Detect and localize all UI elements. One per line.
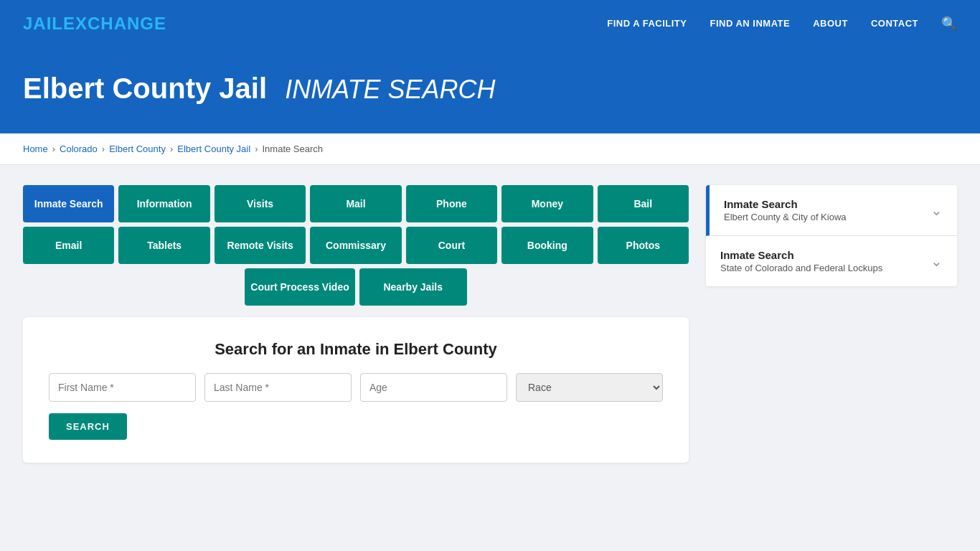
breadcrumb-sep-3: › (170, 143, 173, 154)
sidebar-item-2-title: Inmate Search (720, 249, 882, 261)
tab-visits[interactable]: Visits (215, 185, 306, 222)
breadcrumb-current: Inmate Search (262, 143, 323, 154)
breadcrumb-sep-2: › (102, 143, 105, 154)
tab-mail[interactable]: Mail (310, 185, 401, 222)
breadcrumb-colorado[interactable]: Colorado (60, 143, 98, 154)
sidebar-item-1[interactable]: Inmate Search Elbert County & City of Ki… (706, 185, 957, 236)
sidebar-item-2-text: Inmate Search State of Colorado and Fede… (720, 249, 882, 273)
hero-banner: Elbert County Jail INMATE SEARCH (0, 47, 980, 133)
nav-contact[interactable]: CONTACT (871, 18, 918, 29)
logo[interactable]: JAILEXCHANGE (23, 14, 166, 34)
breadcrumb-elbert-county[interactable]: Elbert County (109, 143, 166, 154)
breadcrumb-sep-4: › (255, 143, 258, 154)
tab-email[interactable]: Email (23, 227, 114, 264)
tab-tablets[interactable]: Tablets (118, 227, 209, 264)
search-form-title: Search for an Inmate in Elbert County (49, 340, 663, 359)
search-button[interactable]: SEARCH (49, 413, 127, 440)
tab-court[interactable]: Court (406, 227, 497, 264)
race-select[interactable]: Race White Black Hispanic Asian Other (516, 373, 663, 402)
search-icon[interactable]: 🔍 (941, 16, 957, 32)
sidebar-item-1-subtitle: Elbert County & City of Kiowa (724, 212, 847, 222)
tab-photos[interactable]: Photos (598, 227, 689, 264)
tab-court-process-video[interactable]: Court Process Video (245, 268, 354, 306)
age-input[interactable] (360, 373, 507, 402)
page-title: Elbert County Jail INMATE SEARCH (23, 72, 957, 105)
hero-title-sub: INMATE SEARCH (285, 75, 495, 104)
logo-exchange: EXCHANGE (63, 14, 166, 33)
tab-bail[interactable]: Bail (598, 185, 689, 222)
sidebar-item-2[interactable]: Inmate Search State of Colorado and Fede… (706, 236, 957, 286)
sidebar-item-1-title: Inmate Search (724, 198, 847, 210)
tab-commissary[interactable]: Commissary (310, 227, 401, 264)
last-name-input[interactable] (204, 373, 352, 402)
hero-title-main: Elbert County Jail (23, 72, 267, 104)
tabs-row1: Inmate Search Information Visits Mail Ph… (23, 185, 689, 222)
nav-about[interactable]: ABOUT (813, 18, 848, 29)
breadcrumb-sep-1: › (52, 143, 55, 154)
main-content: Inmate Search Information Visits Mail Ph… (0, 165, 980, 483)
tabs-row3: Court Process Video Nearby Jails (23, 268, 689, 306)
nav-find-facility[interactable]: FIND A FACILITY (607, 18, 687, 29)
chevron-down-icon-2: ⌄ (930, 253, 943, 270)
nav-links: FIND A FACILITY FIND AN INMATE ABOUT CON… (607, 16, 957, 32)
breadcrumb: Home › Colorado › Elbert County › Elbert… (0, 133, 980, 165)
tab-information[interactable]: Information (118, 185, 209, 222)
breadcrumb-jail[interactable]: Elbert County Jail (177, 143, 250, 154)
first-name-input[interactable] (49, 373, 196, 402)
tab-remote-visits[interactable]: Remote Visits (215, 227, 306, 264)
navbar: JAILEXCHANGE FIND A FACILITY FIND AN INM… (0, 0, 980, 47)
left-column: Inmate Search Information Visits Mail Ph… (23, 185, 689, 463)
tab-nearby-jails[interactable]: Nearby Jails (359, 268, 467, 306)
sidebar-item-2-subtitle: State of Colorado and Federal Lockups (720, 263, 882, 273)
tab-money[interactable]: Money (501, 185, 593, 222)
tab-booking[interactable]: Booking (501, 227, 593, 264)
right-sidebar: Inmate Search Elbert County & City of Ki… (706, 185, 957, 286)
sidebar-card: Inmate Search Elbert County & City of Ki… (706, 185, 957, 286)
tab-inmate-search[interactable]: Inmate Search (23, 185, 114, 222)
search-inputs: Race White Black Hispanic Asian Other (49, 373, 663, 402)
breadcrumb-home[interactable]: Home (23, 143, 48, 154)
logo-jail: JAIL (23, 14, 63, 33)
search-form-card: Search for an Inmate in Elbert County Ra… (23, 317, 689, 463)
sidebar-item-1-text: Inmate Search Elbert County & City of Ki… (724, 198, 847, 222)
nav-find-inmate[interactable]: FIND AN INMATE (710, 18, 790, 29)
tab-phone[interactable]: Phone (406, 185, 497, 222)
tabs-row2: Email Tablets Remote Visits Commissary C… (23, 227, 689, 264)
chevron-down-icon-1: ⌄ (930, 202, 943, 219)
